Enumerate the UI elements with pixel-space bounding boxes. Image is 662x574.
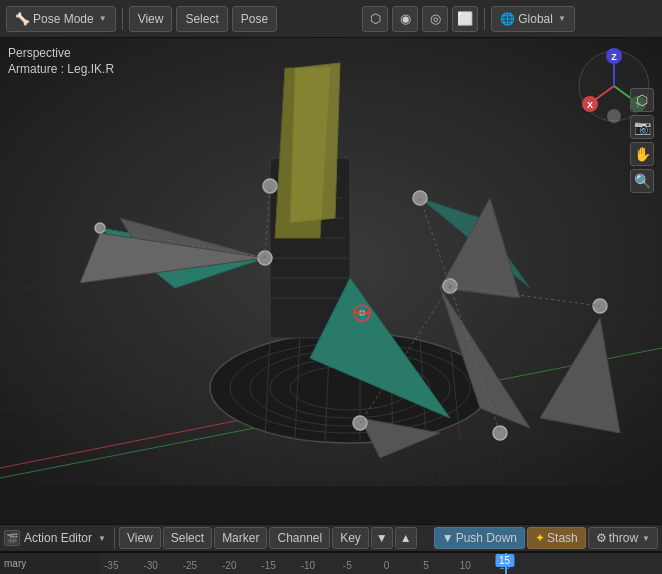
svg-text:Z: Z bbox=[611, 52, 617, 62]
ruler-marker--15: -15 bbox=[261, 560, 275, 571]
frame-range-dropdown[interactable]: ▼ bbox=[371, 527, 393, 549]
ruler-marker-0: 0 bbox=[384, 560, 390, 571]
mode-label: Pose Mode bbox=[33, 12, 94, 26]
global-label: Global bbox=[518, 12, 553, 26]
pose-menu[interactable]: Pose bbox=[232, 6, 277, 32]
editor-type-selector[interactable]: 🎬 Action Editor ▼ bbox=[4, 530, 106, 546]
select-label: Select bbox=[185, 12, 218, 26]
channel-name-area: mary bbox=[0, 552, 100, 574]
ruler-marker-5: 5 bbox=[423, 560, 429, 571]
current-frame-label: 15 bbox=[495, 554, 514, 567]
ruler-marker--20: -20 bbox=[222, 560, 236, 571]
action-selector-icon: ⚙ bbox=[596, 531, 607, 545]
channel-label: mary bbox=[4, 558, 26, 569]
throw-label: throw bbox=[609, 531, 638, 545]
mode-chevron: ▼ bbox=[99, 14, 107, 23]
action-editor-toolbar: 🎬 Action Editor ▼ View Select Marker Cha… bbox=[0, 524, 662, 552]
frame-range-up[interactable]: ▲ bbox=[395, 527, 417, 549]
viewport-armature-label: Armature : Leg.IK.R bbox=[8, 62, 114, 76]
editor-chevron: ▼ bbox=[98, 534, 106, 543]
editor-icon: 🎬 bbox=[4, 530, 20, 546]
viewport-perspective-label: Perspective bbox=[8, 46, 71, 60]
viewport-3d[interactable]: Perspective Armature : Leg.IK.R Z Y X ⬡ bbox=[0, 38, 662, 486]
stash-button[interactable]: ✦ Stash bbox=[527, 527, 586, 549]
ruler-marker--30: -30 bbox=[143, 560, 157, 571]
throw-chevron: ▼ bbox=[642, 534, 650, 543]
ae-channel-menu[interactable]: Channel bbox=[269, 527, 330, 549]
svg-text:X: X bbox=[587, 100, 593, 110]
viewport-shading-btn[interactable]: ⬡ bbox=[362, 6, 388, 32]
push-down-button[interactable]: ▼ Push Down bbox=[434, 527, 525, 549]
separator-2 bbox=[484, 8, 485, 30]
ruler-marker--35: -35 bbox=[104, 560, 118, 571]
ruler-marker-10: 10 bbox=[460, 560, 471, 571]
render-preview-btn[interactable]: ◉ bbox=[392, 6, 418, 32]
pose-label: Pose bbox=[241, 12, 268, 26]
dropdown-arrow: ▼ bbox=[376, 531, 388, 545]
svg-point-54 bbox=[493, 426, 507, 440]
timeline-ruler[interactable]: mary -35 -30 -25 -20 -15 -10 -5 0 5 10 1… bbox=[0, 552, 662, 574]
viewport-overlay-btn[interactable]: ◎ bbox=[422, 6, 448, 32]
global-chevron: ▼ bbox=[558, 14, 566, 23]
stash-label: Stash bbox=[547, 531, 578, 545]
mode-selector[interactable]: 🦴 Pose Mode ▼ bbox=[6, 6, 116, 32]
ae-view-menu[interactable]: View bbox=[119, 527, 161, 549]
view-menu[interactable]: View bbox=[129, 6, 173, 32]
mode-icon: 🦴 bbox=[15, 12, 30, 26]
action-selector[interactable]: ⚙ throw ▼ bbox=[588, 527, 658, 549]
separator-1 bbox=[122, 8, 123, 30]
ruler-marker--5: -5 bbox=[343, 560, 352, 571]
grid-svg bbox=[0, 38, 662, 486]
camera-perspective-btn[interactable]: 📷 bbox=[630, 115, 654, 139]
push-down-icon: ▼ bbox=[442, 531, 454, 545]
view-label: View bbox=[138, 12, 164, 26]
grid-toggle-btn[interactable]: ⬡ bbox=[630, 88, 654, 112]
viewport-controls: ⬡ 📷 ✋ 🔍 bbox=[630, 88, 654, 193]
stash-icon: ✦ bbox=[535, 531, 545, 545]
up-arrow: ▲ bbox=[400, 531, 412, 545]
ae-marker-menu[interactable]: Marker bbox=[214, 527, 267, 549]
select-menu[interactable]: Select bbox=[176, 6, 227, 32]
ae-separator-1 bbox=[114, 527, 115, 549]
svg-marker-38 bbox=[290, 63, 340, 223]
ae-select-menu[interactable]: Select bbox=[163, 527, 212, 549]
svg-point-49 bbox=[95, 223, 105, 233]
xray-btn[interactable]: ⬜ bbox=[452, 6, 478, 32]
top-toolbar: 🦴 Pose Mode ▼ View Select Pose ⬡ ◉ ◎ ⬜ 🌐… bbox=[0, 0, 662, 38]
ruler-marker--25: -25 bbox=[183, 560, 197, 571]
editor-label: Action Editor bbox=[24, 531, 92, 545]
global-icon: 🌐 bbox=[500, 12, 515, 26]
pan-btn[interactable]: ✋ bbox=[630, 142, 654, 166]
zoom-btn[interactable]: 🔍 bbox=[630, 169, 654, 193]
svg-point-77 bbox=[607, 109, 621, 123]
push-down-label: Push Down bbox=[456, 531, 517, 545]
ruler-marker--10: -10 bbox=[301, 560, 315, 571]
ae-key-menu[interactable]: Key bbox=[332, 527, 369, 549]
global-selector[interactable]: 🌐 Global ▼ bbox=[491, 6, 575, 32]
